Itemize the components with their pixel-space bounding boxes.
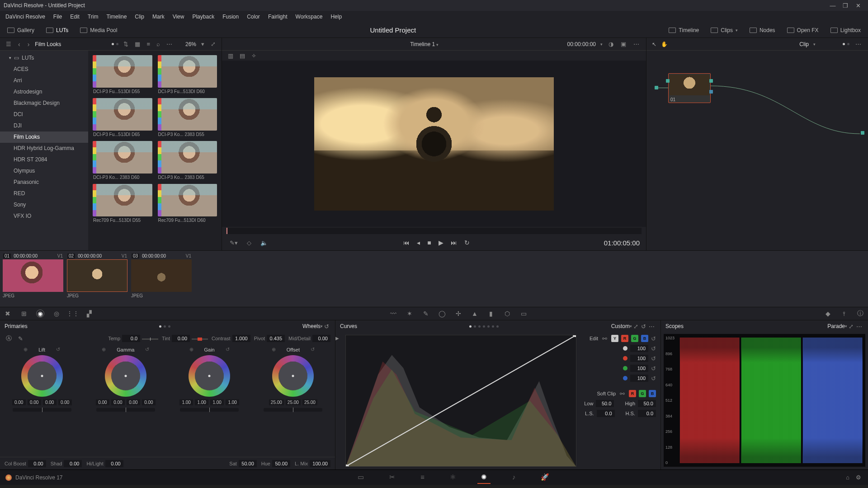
softclip-link-icon[interactable]: ⚯ <box>618 390 626 397</box>
split-view-icon[interactable]: ▣ <box>619 41 627 47</box>
gain-reset-icon[interactable]: ↺ <box>226 347 230 352</box>
page-fairlight[interactable]: ♪ <box>509 471 519 484</box>
menu-fairlight[interactable]: Fairlight <box>264 12 291 21</box>
window-close[interactable]: ✕ <box>852 2 864 9</box>
window-maximize[interactable]: ❐ <box>839 2 852 9</box>
hs-value[interactable]: 0.0 <box>638 410 656 417</box>
reset-r-icon[interactable]: ↺ <box>651 355 656 362</box>
luts-folder-blackmagic-design[interactable]: Blackmagic Design <box>0 98 88 109</box>
menu-color[interactable]: Color <box>243 12 264 21</box>
lift-value[interactable]: 0.00 <box>12 399 26 405</box>
intensity-b-dot[interactable] <box>623 376 627 380</box>
sizing-icon[interactable]: ▭ <box>519 310 528 318</box>
menu-timeline[interactable]: Timeline <box>103 12 130 21</box>
clip-thumbnail[interactable]: 0200:00:00:00V1JPEG <box>67 253 127 306</box>
gain-master-wheel[interactable] <box>180 408 239 412</box>
gain-value[interactable]: 1.00 <box>195 399 208 405</box>
lut-preset[interactable]: Rec709 Fu...513DI D55 <box>93 184 152 224</box>
play-button[interactable]: ▶ <box>439 239 443 246</box>
qualifier-icon[interactable]: ✎ <box>422 310 430 318</box>
menu-view[interactable]: View <box>169 12 188 21</box>
sc-channel-r[interactable]: R <box>629 390 636 397</box>
channel-r[interactable]: R <box>621 335 628 342</box>
timeline-name[interactable]: Timeline 1 <box>410 41 435 47</box>
luts-folder-dci[interactable]: DCI <box>0 109 88 120</box>
luts-folder-vfx-io[interactable]: VFX IO <box>0 211 88 222</box>
channel-b[interactable]: B <box>641 335 648 342</box>
intensity-g-dot[interactable] <box>623 366 627 371</box>
curves-more-icon[interactable]: ⋯ <box>647 323 656 330</box>
intensity-g[interactable]: 100 <box>630 365 648 372</box>
luts-folder-arri[interactable]: Arri <box>0 75 88 86</box>
gamma-value[interactable]: 0.00 <box>111 399 125 405</box>
lut-preset[interactable]: DCI-P3 Fu...513DI D55 <box>93 55 152 95</box>
curves-expand-icon[interactable]: ⤢ <box>632 323 640 330</box>
primaries-mode[interactable]: Wheels <box>302 323 321 329</box>
high-value[interactable]: 50.0 <box>638 400 656 407</box>
window-minimize[interactable]: — <box>826 2 839 9</box>
gamma-master-wheel[interactable] <box>96 408 155 412</box>
qualifier-picker-icon[interactable]: ✎▾ <box>228 239 239 246</box>
picker-icon[interactable]: ✎ <box>17 335 24 342</box>
menu-clip[interactable]: Clip <box>131 12 148 21</box>
viewer-canvas[interactable] <box>222 61 646 227</box>
mute-icon[interactable]: 🔈 <box>259 239 269 246</box>
search-icon[interactable]: ⌕ <box>155 41 161 47</box>
lift-value[interactable]: 0.00 <box>58 399 72 405</box>
lift-value[interactable]: 0.00 <box>28 399 41 405</box>
unmix-icon[interactable]: ◇ <box>245 239 253 246</box>
sidebar-toggle-icon[interactable]: ☰ <box>5 41 13 47</box>
temp-value[interactable]: 0.0 <box>122 335 140 342</box>
luts-folder-sony[interactable]: Sony <box>0 199 88 211</box>
sc-channel-b[interactable]: B <box>649 390 656 397</box>
keyframes-icon[interactable]: ◆ <box>824 310 832 318</box>
offset-value[interactable]: 25.00 <box>286 399 301 405</box>
gamma-picker-icon[interactable]: ⊕ <box>102 347 106 352</box>
prev-frame-button[interactable]: ◂ <box>417 239 420 246</box>
curves-icon[interactable]: 〰 <box>389 310 397 318</box>
color-warper-icon[interactable]: ✶ <box>406 310 414 318</box>
lift-master-wheel[interactable] <box>13 408 71 412</box>
first-frame-button[interactable]: ⏮ <box>403 239 410 246</box>
page-media[interactable]: ▭ <box>354 471 368 484</box>
offset-reset-icon[interactable]: ↺ <box>311 347 315 352</box>
highlight-mode-icon[interactable]: ▥ <box>226 52 235 59</box>
tint-value[interactable]: 0.00 <box>172 335 190 342</box>
lut-preset[interactable]: DCI-P3 Fu...513DI D65 <box>93 98 152 138</box>
lut-preset[interactable]: DCI-P3 Ko... 2383 D60 <box>93 141 152 181</box>
hdr-wheels-icon[interactable]: ◎ <box>52 310 61 318</box>
zoom-level[interactable]: 26% <box>185 41 196 47</box>
lmix-value[interactable]: 100.00 <box>310 460 330 467</box>
node-output-port[interactable] <box>861 131 864 135</box>
scopes-more-icon[interactable]: ⋯ <box>855 323 863 330</box>
color-match-icon[interactable]: ⊞ <box>20 310 28 318</box>
nav-fwd-icon[interactable]: › <box>26 41 32 48</box>
channel-y[interactable]: Y <box>611 335 618 342</box>
clip-thumbnail[interactable]: 0100:00:00:00V1JPEG <box>3 253 63 306</box>
ls-value[interactable]: 0.0 <box>597 410 615 417</box>
intensity-r[interactable]: 100 <box>630 355 648 362</box>
auto-balance-icon[interactable]: Ⓐ <box>5 334 13 343</box>
menu-file[interactable]: File <box>50 12 66 21</box>
expand-icon[interactable]: ⤢ <box>209 41 217 47</box>
lut-preset[interactable]: DCI-P3 Fu...513DI D60 <box>158 55 217 95</box>
menu-davinci-resolve[interactable]: DaVinci Resolve <box>2 12 49 21</box>
curves-reset-icon[interactable]: ↺ <box>640 323 647 330</box>
edit-reset-icon[interactable]: ↺ <box>651 335 656 342</box>
lift-picker-icon[interactable]: ⊕ <box>24 347 28 352</box>
more-icon[interactable]: ⋯ <box>165 41 174 47</box>
luts-folder-film-looks[interactable]: Film Looks <box>0 131 88 143</box>
magic-mask-icon[interactable]: ▲ <box>471 310 479 318</box>
curves-mode[interactable]: Custom <box>611 323 630 329</box>
viewer-timecode[interactable]: 00:00:00:00 <box>567 41 596 47</box>
camera-raw-icon[interactable]: ✖ <box>4 310 12 318</box>
gallery-toggle[interactable]: Gallery <box>5 25 37 35</box>
list-view-icon[interactable]: ≡ <box>145 41 151 47</box>
gain-value[interactable]: 1.00 <box>226 399 239 405</box>
offset-value[interactable]: 25.00 <box>302 399 317 405</box>
windows-icon[interactable]: ◯ <box>438 310 446 318</box>
luts-folder-astrodesign[interactable]: Astrodesign <box>0 86 88 98</box>
luts-folder-olympus[interactable]: Olympus <box>0 165 88 177</box>
gamma-value[interactable]: 0.00 <box>142 399 156 405</box>
menu-mark[interactable]: Mark <box>149 12 168 21</box>
